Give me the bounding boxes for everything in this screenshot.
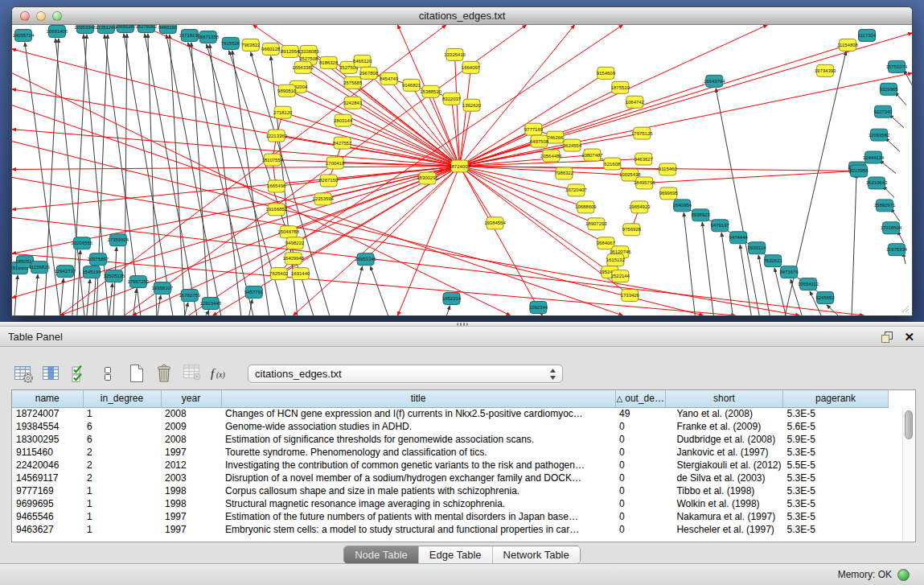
table-cell-pagerank[interactable]: 5.3E-5 xyxy=(782,497,888,510)
graph-node[interactable]: 8938923 xyxy=(692,209,711,221)
table-cell-year[interactable]: 2012 xyxy=(161,459,221,472)
graph-node[interactable]: 8471676 xyxy=(780,266,799,278)
table-cell-title[interactable]: Investigating the contribution of common… xyxy=(221,459,615,472)
graph-node[interactable]: 9463627 xyxy=(634,153,654,165)
graph-node[interactable]: 746266 xyxy=(547,131,564,143)
tab-network-table[interactable]: Network Table xyxy=(492,546,580,563)
graph-node[interactable]: 19734393 xyxy=(815,64,836,76)
table-cell-title[interactable]: Structural magnetic resonance image aver… xyxy=(221,497,615,510)
graph-node[interactable]: 2967808 xyxy=(359,67,379,79)
table-cell-pagerank[interactable]: 5.3E-5 xyxy=(782,523,888,536)
table-vertical-scrollbar[interactable] xyxy=(902,408,914,541)
new-table-icon[interactable] xyxy=(125,362,146,385)
close-panel-icon[interactable]: ✕ xyxy=(904,331,914,343)
table-cell-year[interactable]: 2008 xyxy=(161,433,221,446)
graph-node[interactable]: 15751074 xyxy=(886,60,908,72)
table-cell-year[interactable]: 1998 xyxy=(161,484,221,497)
graph-node[interactable]: 16210643 xyxy=(866,177,888,189)
scrollbar-thumb[interactable] xyxy=(905,410,913,439)
graph-node[interactable]: 18300295 xyxy=(417,172,438,184)
graph-node[interactable]: 7625402 xyxy=(269,268,289,280)
column-header-short[interactable]: short xyxy=(665,390,782,407)
table-cell-short[interactable]: Dudbridge et al. (2008) xyxy=(665,433,782,446)
graph-node[interactable]: 7986322 xyxy=(555,167,574,179)
graph-node[interactable]: 16643794 xyxy=(704,75,725,87)
table-cell-out_degree[interactable]: 0 xyxy=(615,484,665,497)
table-cell-out_degree[interactable]: 0 xyxy=(615,510,665,523)
graph-node[interactable]: 18107554 xyxy=(261,154,283,166)
table-cell-short[interactable]: Franke et al. (2009) xyxy=(665,420,782,433)
table-cell-year[interactable]: 2003 xyxy=(161,472,221,484)
table-cell-short[interactable]: Wolkin et al. (1998) xyxy=(665,497,782,510)
table-row[interactable]: 946554611997Estimation of the future num… xyxy=(12,510,888,523)
table-cell-out_degree[interactable]: 0 xyxy=(615,433,665,446)
graph-node[interactable]: 20206556 xyxy=(72,237,93,249)
table-row[interactable]: 911546021997Tourette syndrome. Phenomeno… xyxy=(12,446,888,459)
graph-node[interactable]: 15276062 xyxy=(136,25,158,32)
table-selector[interactable]: citations_edges.txt xyxy=(248,365,563,383)
graph-node[interactable]: 17359924 xyxy=(108,234,129,246)
table-cell-name[interactable]: 18300295 xyxy=(12,433,83,446)
graph-node[interactable]: 10655287 xyxy=(115,25,137,32)
table-cell-year[interactable]: 1997 xyxy=(161,446,221,459)
table-cell-title[interactable]: Estimation of significance thresholds fo… xyxy=(221,433,615,446)
table-cell-name[interactable]: 9463627 xyxy=(12,523,83,536)
table-cell-name[interactable]: 9465546 xyxy=(12,510,83,523)
graph-node[interactable]: 11675334 xyxy=(886,244,908,256)
graph-node[interactable]: 20564486 xyxy=(540,150,562,162)
graph-node[interactable]: 1615132 xyxy=(606,254,626,266)
table-cell-in_degree[interactable]: 1 xyxy=(83,407,161,420)
table-cell-pagerank[interactable]: 5.3E-5 xyxy=(782,446,888,459)
table-cell-out_degree[interactable]: 0 xyxy=(615,497,665,510)
graph-node[interactable]: 10688609 xyxy=(575,201,597,213)
graph-node[interactable]: 3575685 xyxy=(343,76,363,89)
graph-node[interactable]: 621608 xyxy=(604,158,621,170)
tab-node-table[interactable]: Node Table xyxy=(344,546,418,563)
graph-window-titlebar[interactable]: citations_edges.txt xyxy=(12,7,912,25)
graph-node[interactable]: 8427552 xyxy=(333,137,352,149)
column-chooser-icon[interactable] xyxy=(41,362,62,385)
graph-node[interactable]: 9498222 xyxy=(285,237,305,249)
table-cell-short[interactable]: Nakamura et al. (1997) xyxy=(665,510,782,523)
graph-node[interactable]: 16720407 xyxy=(565,184,587,196)
minimize-window-button[interactable] xyxy=(36,11,46,21)
table-cell-pagerank[interactable]: 5.3E-5 xyxy=(782,484,888,497)
graph-node[interactable]: 12213363 xyxy=(265,130,287,142)
graph-node[interactable]: 1875510 xyxy=(611,81,630,93)
graph-node[interactable]: 1700418 xyxy=(326,157,345,169)
column-header-name[interactable]: name xyxy=(12,390,83,407)
table-cell-in_degree[interactable]: 2 xyxy=(83,459,161,472)
float-window-icon[interactable] xyxy=(881,331,894,344)
table-cell-in_degree[interactable]: 1 xyxy=(83,484,161,497)
table-cell-pagerank[interactable]: 5.6E-5 xyxy=(782,420,888,433)
table-cell-in_degree[interactable]: 6 xyxy=(83,420,161,433)
graph-node[interactable]: 2522144 xyxy=(611,270,630,282)
graph-node[interactable]: 9245652 xyxy=(815,292,835,304)
graph-node[interactable]: 19654923 xyxy=(629,201,651,213)
table-cell-in_degree[interactable]: 6 xyxy=(83,433,161,446)
graph-node[interactable]: 19384554 xyxy=(484,217,506,229)
graph-node[interactable]: 1362620 xyxy=(462,99,482,111)
table-cell-name[interactable]: 19384554 xyxy=(12,420,83,433)
graph-node[interactable]: 12505135 xyxy=(104,270,125,282)
table-cell-pagerank[interactable]: 5.3E-5 xyxy=(782,407,888,420)
table-cell-year[interactable]: 1997 xyxy=(161,510,221,523)
network-canvas[interactable]: 2405572420691406209533461135124010655287… xyxy=(12,25,912,315)
close-window-button[interactable] xyxy=(20,11,30,21)
graph-node[interactable]: 8267150 xyxy=(319,175,339,187)
graph-node[interactable]: 13325419 xyxy=(444,48,466,60)
graph-node[interactable]: 9756928 xyxy=(622,224,642,236)
graph-node[interactable]: 8215958 xyxy=(849,165,869,177)
graph-node[interactable]: 15388520 xyxy=(420,85,441,97)
table-row[interactable]: 2242004622012Investigating the contribut… xyxy=(12,459,888,472)
graph-node[interactable]: 19166852 xyxy=(265,204,287,216)
graph-node[interactable]: 8186328 xyxy=(319,56,339,68)
table-cell-name[interactable]: 22420046 xyxy=(12,459,83,472)
graph-node[interactable]: 16409948 xyxy=(282,253,304,265)
graph-node[interactable]: 1064742 xyxy=(626,96,645,108)
table-cell-year[interactable]: 2009 xyxy=(161,420,221,433)
graph-node[interactable]: 15892971 xyxy=(874,200,896,212)
graph-node[interactable]: 12942737 xyxy=(55,266,76,278)
graph-node[interactable]: 10975857 xyxy=(88,253,109,266)
delete-rows-trash-icon[interactable] xyxy=(154,362,175,385)
